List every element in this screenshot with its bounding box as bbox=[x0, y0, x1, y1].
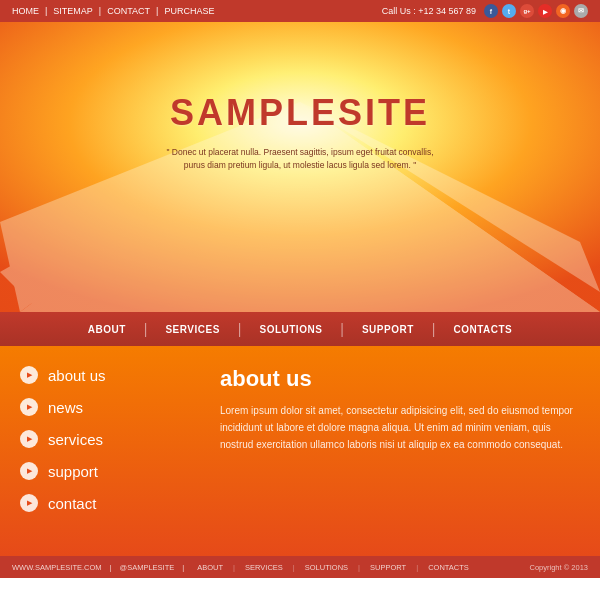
footer-nav-services[interactable]: SERVICES bbox=[240, 563, 288, 572]
nav-purchase[interactable]: PURCHASE bbox=[164, 6, 214, 16]
hero-content: SAMPLESITE " Donec ut placerat nulla. Pr… bbox=[0, 22, 600, 172]
top-bar: HOME | SITEMAP | CONTACT | PURCHASE Call… bbox=[0, 0, 600, 22]
nav-home[interactable]: HOME bbox=[12, 6, 39, 16]
arrow-icon-support bbox=[20, 462, 38, 480]
content-main: about us news services support contact a… bbox=[0, 346, 600, 556]
arrow-icon-contact bbox=[20, 494, 38, 512]
email-icon[interactable]: ✉ bbox=[574, 4, 588, 18]
site-title: SAMPLESITE bbox=[170, 92, 430, 134]
sidebar-item-support[interactable]: support bbox=[20, 462, 200, 480]
content-body: Lorem ipsum dolor sit amet, consectetur … bbox=[220, 402, 580, 453]
googleplus-icon[interactable]: g+ bbox=[520, 4, 534, 18]
footer-sep2: | bbox=[182, 563, 184, 572]
facebook-icon[interactable]: f bbox=[484, 4, 498, 18]
sidebar-item-about[interactable]: about us bbox=[20, 366, 200, 384]
footer-site: WWW.SAMPLESITE.COM bbox=[12, 563, 102, 572]
sep1: | bbox=[45, 6, 47, 16]
sidebar-item-services[interactable]: services bbox=[20, 430, 200, 448]
sep2: | bbox=[99, 6, 101, 16]
rss-icon[interactable]: ◉ bbox=[556, 4, 570, 18]
footer-nav-about[interactable]: ABOUT bbox=[192, 563, 228, 572]
content-section: about us news services support contact a… bbox=[0, 346, 600, 556]
nav-contacts[interactable]: CONTACTS bbox=[435, 324, 530, 335]
sidebar-label-news: news bbox=[48, 399, 83, 416]
sidebar-label-services: services bbox=[48, 431, 103, 448]
sidebar-item-contact[interactable]: contact bbox=[20, 494, 200, 512]
footer-sep1: | bbox=[110, 563, 112, 572]
footer-handle: @SAMPLESITE bbox=[120, 563, 175, 572]
arrow-icon-services bbox=[20, 430, 38, 448]
content-heading: about us bbox=[220, 366, 580, 392]
sidebar-item-news[interactable]: news bbox=[20, 398, 200, 416]
top-bar-right: Call Us : +12 34 567 89 f t g+ ▶ ◉ ✉ bbox=[382, 4, 588, 18]
main-nav: ABOUT | SERVICES | SOLUTIONS | SUPPORT |… bbox=[0, 312, 600, 346]
footer-nav: ABOUT | SERVICES | SOLUTIONS | SUPPORT |… bbox=[192, 563, 474, 572]
hero-quote: " Donec ut placerat nulla. Praesent sagi… bbox=[160, 146, 440, 172]
footer-copyright: Copyright © 2013 bbox=[530, 563, 588, 572]
nav-about[interactable]: ABOUT bbox=[70, 324, 144, 335]
arrow-icon-about bbox=[20, 366, 38, 384]
phone-number: Call Us : +12 34 567 89 bbox=[382, 6, 476, 16]
sidebar-label-support: support bbox=[48, 463, 98, 480]
main-content-area: about us Lorem ipsum dolor sit amet, con… bbox=[220, 366, 580, 546]
nav-solutions[interactable]: SOLUTIONS bbox=[241, 324, 340, 335]
twitter-icon[interactable]: t bbox=[502, 4, 516, 18]
arrow-icon-news bbox=[20, 398, 38, 416]
nav-contact[interactable]: CONTACT bbox=[107, 6, 150, 16]
nav-sitemap[interactable]: SITEMAP bbox=[53, 6, 93, 16]
sidebar: about us news services support contact bbox=[20, 366, 200, 546]
footer-nav-solutions[interactable]: SOLUTIONS bbox=[300, 563, 353, 572]
footer-nav-support[interactable]: SUPPORT bbox=[365, 563, 411, 572]
footer: WWW.SAMPLESITE.COM | @SAMPLESITE | ABOUT… bbox=[0, 556, 600, 578]
hero-section: SAMPLESITE " Donec ut placerat nulla. Pr… bbox=[0, 22, 600, 312]
sep3: | bbox=[156, 6, 158, 16]
main-nav-inner: ABOUT | SERVICES | SOLUTIONS | SUPPORT |… bbox=[70, 321, 531, 337]
nav-support[interactable]: SUPPORT bbox=[344, 324, 432, 335]
youtube-icon[interactable]: ▶ bbox=[538, 4, 552, 18]
footer-nav-contacts[interactable]: CONTACTS bbox=[423, 563, 474, 572]
footer-left: WWW.SAMPLESITE.COM | @SAMPLESITE | ABOUT… bbox=[12, 563, 474, 572]
sidebar-label-contact: contact bbox=[48, 495, 96, 512]
nav-services[interactable]: SERVICES bbox=[147, 324, 237, 335]
sidebar-label-about: about us bbox=[48, 367, 106, 384]
top-nav: HOME | SITEMAP | CONTACT | PURCHASE bbox=[12, 6, 214, 16]
social-icons: f t g+ ▶ ◉ ✉ bbox=[484, 4, 588, 18]
